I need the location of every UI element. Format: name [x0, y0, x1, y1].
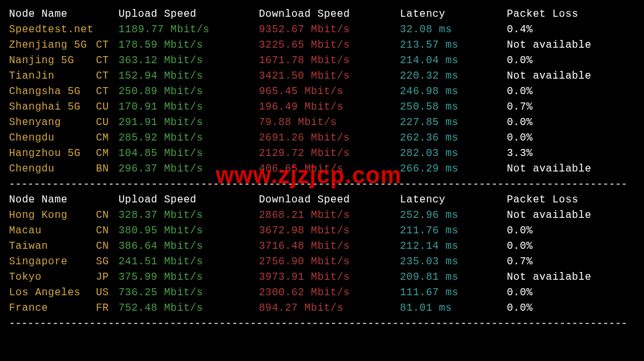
- header-upload: Upload Speed: [118, 6, 259, 22]
- carrier-code: CN: [96, 223, 118, 239]
- header-upload: Upload Speed: [118, 192, 259, 208]
- latency-value: 32.08 ms: [400, 22, 507, 37]
- packet-loss: Not available: [507, 161, 635, 177]
- table-row: ChengduCM285.92 Mbit/s2691.26 Mbit/s262.…: [9, 130, 635, 146]
- carrier-code: CN: [96, 208, 118, 223]
- upload-speed: 241.51 Mbit/s: [118, 254, 259, 269]
- carrier-code: CT: [96, 53, 118, 68]
- packet-loss: 0.0%: [507, 53, 635, 68]
- download-speed: 3973.91 Mbit/s: [259, 269, 400, 285]
- node-name: Shenyang: [9, 115, 96, 130]
- latency-value: 266.29 ms: [400, 161, 507, 177]
- upload-speed: 736.25 Mbit/s: [118, 285, 259, 300]
- packet-loss: 0.0%: [507, 130, 635, 146]
- node-cell: Los AngelesUS: [9, 285, 118, 300]
- packet-loss: 0.0%: [507, 223, 635, 239]
- table-row: SingaporeSG241.51 Mbit/s2756.90 Mbit/s23…: [9, 254, 635, 269]
- node-cell: ShenyangCU: [9, 115, 118, 130]
- packet-loss: 0.0%: [507, 84, 635, 99]
- table-row: TaiwanCN386.64 Mbit/s3716.48 Mbit/s212.1…: [9, 239, 635, 254]
- header-download: Download Speed: [259, 6, 400, 22]
- upload-speed: 752.48 Mbit/s: [118, 300, 259, 316]
- packet-loss: 3.3%: [507, 146, 635, 161]
- latency-value: 262.36 ms: [400, 130, 507, 146]
- upload-speed: 380.95 Mbit/s: [118, 223, 259, 239]
- download-speed: 406.65 Mbit/s: [259, 161, 400, 177]
- packet-loss: 0.0%: [507, 115, 635, 130]
- carrier-code: CT: [96, 68, 118, 84]
- carrier-code: CT: [96, 84, 118, 99]
- header-loss: Packet Loss: [507, 192, 635, 208]
- node-cell: TianJinCT: [9, 68, 118, 84]
- table-row: TokyoJP375.99 Mbit/s3973.91 Mbit/s209.81…: [9, 269, 635, 285]
- download-speed: 894.27 Mbit/s: [259, 300, 400, 316]
- node-name: Chengdu: [9, 130, 96, 146]
- node-cell: SingaporeSG: [9, 254, 118, 269]
- download-speed: 3672.98 Mbit/s: [259, 223, 400, 239]
- latency-value: 81.01 ms: [400, 300, 507, 316]
- domestic-nodes-section: Speedtest.net1189.77 Mbit/s9352.67 Mbit/…: [9, 22, 635, 177]
- carrier-code: FR: [96, 300, 118, 316]
- carrier-code: CM: [96, 130, 118, 146]
- table-row: Hong KongCN328.37 Mbit/s2868.21 Mbit/s25…: [9, 208, 635, 223]
- header-loss: Packet Loss: [507, 6, 635, 22]
- divider-2: ----------------------------------------…: [9, 316, 635, 331]
- download-speed: 3421.50 Mbit/s: [259, 68, 400, 84]
- packet-loss: 0.0%: [507, 285, 635, 300]
- carrier-code: SG: [96, 254, 118, 269]
- download-speed: 196.49 Mbit/s: [259, 99, 400, 115]
- node-cell: FranceFR: [9, 300, 118, 316]
- download-speed: 3716.48 Mbit/s: [259, 239, 400, 254]
- table-row: ChengduBN296.37 Mbit/s406.65 Mbit/s266.2…: [9, 161, 635, 177]
- download-speed: 2868.21 Mbit/s: [259, 208, 400, 223]
- node-cell: Hangzhou 5GCM: [9, 146, 118, 161]
- node-cell: MacauCN: [9, 223, 118, 239]
- upload-speed: 285.92 Mbit/s: [118, 130, 259, 146]
- table-row: MacauCN380.95 Mbit/s3672.98 Mbit/s211.76…: [9, 223, 635, 239]
- carrier-code: JP: [96, 269, 118, 285]
- upload-speed: 152.94 Mbit/s: [118, 68, 259, 84]
- latency-value: 111.67 ms: [400, 285, 507, 300]
- latency-value: 212.14 ms: [400, 239, 507, 254]
- upload-speed: 363.12 Mbit/s: [118, 53, 259, 68]
- latency-value: 220.32 ms: [400, 68, 507, 84]
- carrier-code: BN: [96, 161, 118, 177]
- node-name: Tokyo: [9, 269, 96, 285]
- node-name: France: [9, 300, 96, 316]
- node-name: Los Angeles: [9, 285, 96, 300]
- carrier-code: [96, 22, 118, 37]
- upload-speed: 250.89 Mbit/s: [118, 84, 259, 99]
- node-name: Shanghai 5G: [9, 99, 96, 115]
- node-cell: ChengduBN: [9, 161, 118, 177]
- node-cell: ChengduCM: [9, 130, 118, 146]
- upload-speed: 178.59 Mbit/s: [118, 37, 259, 53]
- upload-speed: 386.64 Mbit/s: [118, 239, 259, 254]
- latency-value: 252.96 ms: [400, 208, 507, 223]
- download-speed: 2129.72 Mbit/s: [259, 146, 400, 161]
- node-cell: TaiwanCN: [9, 239, 118, 254]
- latency-value: 282.03 ms: [400, 146, 507, 161]
- node-name: Singapore: [9, 254, 96, 269]
- node-cell: Zhenjiang 5GCT: [9, 37, 118, 53]
- node-cell: TokyoJP: [9, 269, 118, 285]
- node-name: Nanjing 5G: [9, 53, 96, 68]
- table-row: Hangzhou 5GCM104.85 Mbit/s2129.72 Mbit/s…: [9, 146, 635, 161]
- header-node: Node Name: [9, 192, 118, 208]
- carrier-code: US: [96, 285, 118, 300]
- carrier-code: CU: [96, 99, 118, 115]
- latency-value: 235.03 ms: [400, 254, 507, 269]
- node-cell: Nanjing 5GCT: [9, 53, 118, 68]
- packet-loss: Not available: [507, 68, 635, 84]
- packet-loss: Not available: [507, 37, 635, 53]
- upload-speed: 291.91 Mbit/s: [118, 115, 259, 130]
- download-speed: 2756.90 Mbit/s: [259, 254, 400, 269]
- header-latency: Latency: [400, 6, 507, 22]
- download-speed: 2300.62 Mbit/s: [259, 285, 400, 300]
- packet-loss: Not available: [507, 208, 635, 223]
- carrier-code: CM: [96, 146, 118, 161]
- latency-value: 250.58 ms: [400, 99, 507, 115]
- upload-speed: 328.37 Mbit/s: [118, 208, 259, 223]
- node-name: Hong Kong: [9, 208, 96, 223]
- download-speed: 3225.65 Mbit/s: [259, 37, 400, 53]
- download-speed: 9352.67 Mbit/s: [259, 22, 400, 37]
